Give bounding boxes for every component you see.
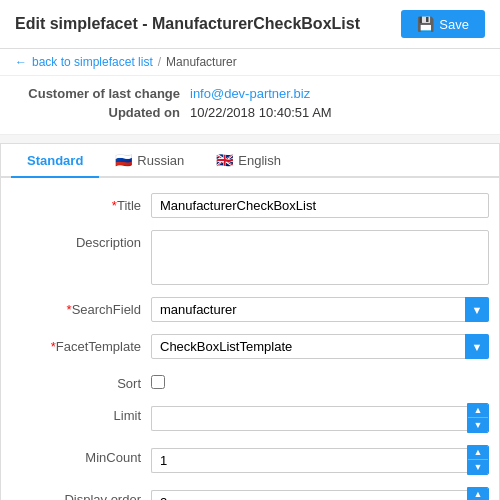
- mincount-input[interactable]: [151, 448, 467, 473]
- save-button[interactable]: 💾 Save: [401, 10, 485, 38]
- sort-label: Sort: [11, 371, 141, 391]
- description-row: Description: [11, 230, 489, 285]
- title-input[interactable]: [151, 193, 489, 218]
- tab-russian[interactable]: 🇷🇺 Russian: [99, 144, 200, 178]
- page-header: Edit simplefacet - ManufacturerCheckBoxL…: [0, 0, 500, 49]
- limit-input[interactable]: [151, 406, 467, 431]
- limit-spinner-wrapper: ▲ ▼: [151, 403, 489, 433]
- displayorder-spinner-buttons: ▲ ▼: [467, 487, 489, 500]
- russian-flag-icon: 🇷🇺: [115, 152, 132, 168]
- tab-standard[interactable]: Standard: [11, 144, 99, 178]
- searchfield-label: *SearchField: [11, 297, 141, 317]
- searchfield-row: *SearchField manufacturer ▼: [11, 297, 489, 322]
- title-row: *Title: [11, 193, 489, 218]
- customer-value: info@dev-partner.biz: [190, 86, 310, 101]
- title-label: *Title: [11, 193, 141, 213]
- searchfield-select[interactable]: manufacturer: [151, 297, 489, 322]
- tab-english[interactable]: 🇬🇧 English: [200, 144, 297, 178]
- english-flag-icon: 🇬🇧: [216, 152, 233, 168]
- mincount-spinner-buttons: ▲ ▼: [467, 445, 489, 475]
- meta-section: Customer of last change info@dev-partner…: [0, 76, 500, 135]
- description-input[interactable]: [151, 230, 489, 285]
- updated-label: Updated on: [20, 105, 180, 120]
- customer-label: Customer of last change: [20, 86, 180, 101]
- displayorder-spinner-wrapper: ▲ ▼: [151, 487, 489, 500]
- updated-value: 10/22/2018 10:40:51 AM: [190, 105, 332, 120]
- breadcrumb: ← back to simplefacet list / Manufacture…: [0, 49, 500, 76]
- form-section: *Title Description *SearchField manufact…: [1, 178, 499, 500]
- limit-increment-button[interactable]: ▲: [468, 404, 488, 418]
- facettemplate-label: *FacetTemplate: [11, 334, 141, 354]
- tabs-bar: Standard 🇷🇺 Russian 🇬🇧 English: [1, 144, 499, 178]
- mincount-spinner-wrapper: ▲ ▼: [151, 445, 489, 475]
- limit-label: Limit: [11, 403, 141, 423]
- limit-row: Limit ▲ ▼: [11, 403, 489, 433]
- customer-row: Customer of last change info@dev-partner…: [20, 86, 480, 101]
- displayorder-row: Display order ▲ ▼: [11, 487, 489, 500]
- sort-row: Sort: [11, 371, 489, 391]
- displayorder-input[interactable]: [151, 490, 467, 501]
- tabs-section: Standard 🇷🇺 Russian 🇬🇧 English *Title De…: [0, 143, 500, 500]
- sort-checkbox-wrapper: [151, 371, 165, 389]
- tab-english-label: English: [238, 153, 281, 168]
- mincount-decrement-button[interactable]: ▼: [468, 460, 488, 474]
- mincount-increment-button[interactable]: ▲: [468, 446, 488, 460]
- breadcrumb-separator: /: [158, 55, 161, 69]
- save-icon: 💾: [417, 16, 434, 32]
- page-title: Edit simplefacet - ManufacturerCheckBoxL…: [15, 15, 360, 33]
- description-label: Description: [11, 230, 141, 250]
- sort-checkbox[interactable]: [151, 375, 165, 389]
- facettemplate-select[interactable]: CheckBoxListTemplate: [151, 334, 489, 359]
- mincount-label: MinCount: [11, 445, 141, 465]
- searchfield-select-wrapper: manufacturer ▼: [151, 297, 489, 322]
- displayorder-label: Display order: [11, 487, 141, 500]
- limit-decrement-button[interactable]: ▼: [468, 418, 488, 432]
- facettemplate-row: *FacetTemplate CheckBoxListTemplate ▼: [11, 334, 489, 359]
- breadcrumb-current: Manufacturer: [166, 55, 237, 69]
- updated-row: Updated on 10/22/2018 10:40:51 AM: [20, 105, 480, 120]
- tab-standard-label: Standard: [27, 153, 83, 168]
- breadcrumb-back-link[interactable]: back to simplefacet list: [32, 55, 153, 69]
- tab-russian-label: Russian: [137, 153, 184, 168]
- back-icon: ←: [15, 55, 27, 69]
- mincount-row: MinCount ▲ ▼: [11, 445, 489, 475]
- save-label: Save: [439, 17, 469, 32]
- facettemplate-select-wrapper: CheckBoxListTemplate ▼: [151, 334, 489, 359]
- limit-spinner-buttons: ▲ ▼: [467, 403, 489, 433]
- displayorder-increment-button[interactable]: ▲: [468, 488, 488, 500]
